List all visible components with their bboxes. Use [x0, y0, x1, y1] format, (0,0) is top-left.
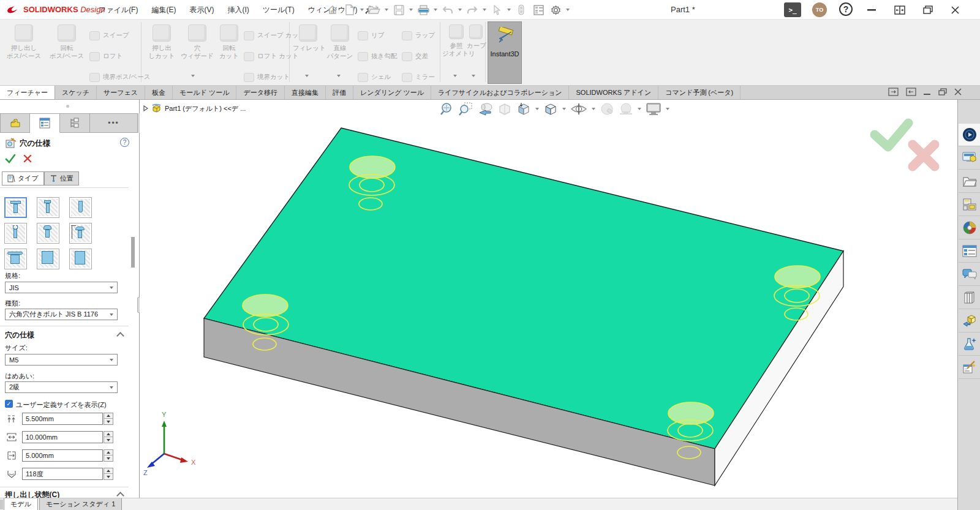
draft-button[interactable]: 抜き勾配 [358, 49, 397, 64]
instant3d-button[interactable]: Instant3D [488, 21, 522, 84]
print-dropdown[interactable] [432, 2, 439, 17]
position-tab[interactable]: 位置 [44, 171, 79, 186]
bottom-splitter-handle[interactable] [0, 500, 3, 509]
tab-mold-tools[interactable]: モールド ツール [173, 86, 236, 99]
shell-button[interactable]: シェル [358, 70, 391, 84]
extruded-cut-button[interactable]: 押し出しカット [146, 23, 178, 82]
tab-rendering-tools[interactable]: レンダリング ツール [353, 86, 431, 99]
boundary-cut-button[interactable]: 境界カット [244, 70, 290, 84]
motion-study-tab[interactable]: モーション スタディ 1 [39, 498, 122, 510]
tab-solidworks-addins[interactable]: SOLIDWORKS アドイン [569, 86, 658, 99]
doc-pane-right-icon[interactable] [906, 88, 916, 96]
pm-scrollbar[interactable] [131, 237, 135, 268]
file-explorer-button[interactable] [959, 193, 980, 216]
doc-pane-left-icon[interactable] [888, 88, 899, 96]
fillet-button[interactable]: フィレット [293, 23, 323, 82]
print-button[interactable] [415, 2, 431, 17]
drill-angle-spinner[interactable] [104, 468, 113, 480]
curves-button[interactable]: カーブ [467, 23, 485, 82]
doc-restore-icon[interactable] [938, 88, 947, 96]
hole-type-tap[interactable] [4, 223, 27, 244]
home-button[interactable] [325, 2, 341, 17]
rebuild-button[interactable] [513, 2, 529, 17]
revolved-cut-button[interactable]: 回転カット [216, 23, 243, 82]
counterbore-diameter-field[interactable]: 10.000mm [22, 431, 103, 443]
display-style-button[interactable] [542, 101, 559, 117]
tab-lifecycle-collaboration[interactable]: ライフサイクルおよびコラボレーション [431, 86, 569, 99]
sweep-button[interactable]: スイープ [89, 28, 129, 43]
graphics-viewport[interactable]: Y X Z Part1 (デフォルト) <<デ ... [140, 100, 957, 498]
magnetic-lab-button[interactable] [959, 333, 980, 356]
pack-and-go-button[interactable] [959, 310, 980, 332]
custom-size-checkbox[interactable]: ✓ [5, 400, 13, 408]
edit-appearance-button[interactable] [598, 101, 616, 117]
help-icon[interactable]: ? [839, 2, 853, 16]
save-button[interactable] [391, 2, 407, 17]
revolved-boss-base-button[interactable]: 回転ボス/ベース [47, 23, 87, 82]
options-dropdown[interactable] [565, 2, 571, 17]
hole-type-pipe-tap[interactable] [37, 223, 59, 244]
user-avatar[interactable]: TO [812, 2, 827, 17]
section-view-button[interactable] [496, 101, 513, 117]
doc-minimize-icon[interactable] [924, 88, 931, 96]
boundary-boss-button[interactable]: 境界ボス/ベース [89, 70, 150, 84]
previous-view-button[interactable] [476, 101, 494, 117]
menu-insert[interactable]: 挿入(I) [222, 2, 254, 18]
more-manager-tabs[interactable]: ••• [90, 113, 138, 133]
view-settings-dropdown[interactable] [665, 101, 671, 117]
hole-wizard-button[interactable]: 穴ウィザード [180, 23, 214, 82]
select-button[interactable] [489, 2, 505, 17]
close-button[interactable] [946, 2, 964, 17]
pm-ok-icon[interactable] [5, 154, 16, 163]
extruded-boss-base-button[interactable]: 押し出しボス/ベース [4, 23, 44, 82]
hole-type-countersink[interactable] [37, 197, 59, 218]
properties-button[interactable] [530, 2, 546, 17]
options-gear-button[interactable] [548, 2, 564, 17]
through-hole-diameter-field[interactable]: 5.500mm [22, 413, 103, 425]
minimize-button[interactable] [862, 2, 881, 17]
counterbore-diameter-spinner[interactable] [104, 431, 113, 443]
counterbore-depth-field[interactable]: 5.000mm [22, 449, 103, 462]
apply-scene-dropdown[interactable] [636, 101, 643, 117]
fit-select[interactable]: 2級 [5, 381, 118, 393]
hole-type-slot[interactable] [69, 249, 92, 269]
appearances-scenes-button[interactable] [959, 240, 980, 263]
open-dropdown[interactable] [383, 2, 390, 17]
menu-tools[interactable]: ツール(T) [257, 2, 300, 18]
confirm-corner-cancel-icon[interactable] [913, 144, 935, 167]
tab-sketch[interactable]: スケッチ [55, 86, 97, 99]
zoom-to-area-button[interactable] [457, 101, 474, 117]
redo-dropdown[interactable] [481, 2, 488, 17]
document-library-button[interactable] [959, 287, 980, 309]
open-button[interactable] [366, 2, 382, 17]
menu-edit[interactable]: 編集(E) [146, 2, 181, 18]
through-hole-diameter-spinner[interactable] [104, 413, 113, 425]
tab-surfaces[interactable]: サーフェス [97, 86, 145, 99]
display-style-dropdown[interactable] [561, 101, 567, 117]
wrap-button[interactable]: ラップ [402, 28, 435, 43]
size-select[interactable]: M5 [5, 354, 118, 366]
linear-pattern-button[interactable]: 直線パターン [325, 23, 355, 82]
zoom-to-fit-button[interactable] [438, 101, 455, 117]
hole-type-counterbore-slot[interactable] [4, 249, 27, 269]
view-palette-button[interactable] [959, 217, 980, 239]
solidworks-resources-button[interactable] [959, 147, 980, 170]
loft-button[interactable]: ロフト [89, 49, 123, 64]
rib-button[interactable]: リブ [358, 28, 385, 43]
design-library-button[interactable] [959, 170, 980, 193]
view-orientation-button[interactable] [515, 101, 532, 117]
doc-close-icon[interactable] [954, 88, 962, 96]
terminal-icon[interactable]: >_ [784, 2, 801, 17]
split-view-button[interactable] [891, 2, 909, 17]
save-dropdown[interactable] [408, 2, 414, 17]
intersect-button[interactable]: 交差 [402, 49, 428, 64]
property-tab-builder-button[interactable] [959, 356, 980, 379]
drill-angle-field[interactable]: 118度 [22, 468, 103, 480]
tab-direct-editing[interactable]: 直接編集 [285, 86, 326, 99]
new-document-dropdown[interactable] [359, 2, 365, 17]
apply-scene-button[interactable] [617, 101, 635, 117]
hole-type-counterbore[interactable] [4, 197, 27, 218]
mirror-button[interactable]: ミラー [402, 70, 435, 84]
tab-sheet-metal[interactable]: 板金 [145, 86, 173, 99]
flyout-feature-tree[interactable]: Part1 (デフォルト) <<デ ... [143, 103, 246, 113]
